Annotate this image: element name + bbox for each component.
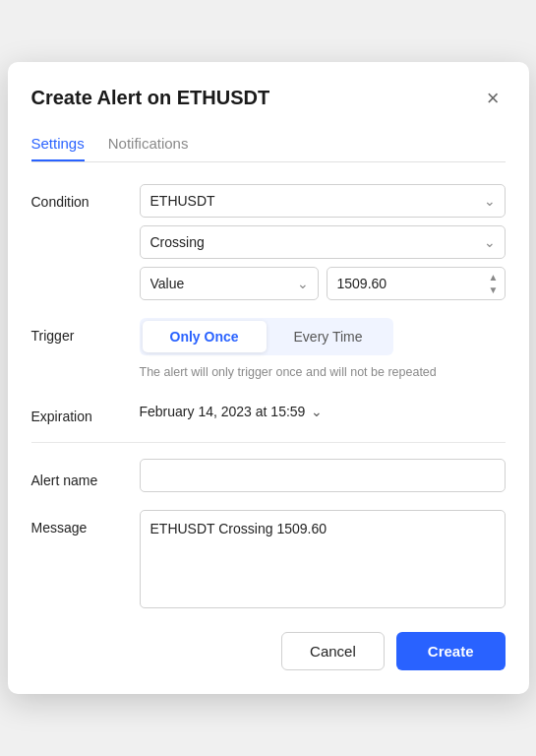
expiration-label: Expiration (31, 399, 140, 424)
condition-row: Condition ETHUSDT ⌄ Crossing Crossing Up… (31, 184, 506, 300)
value-row: Value % ⌄ ▲ ▼ (140, 267, 506, 300)
alert-name-label: Alert name (31, 463, 140, 488)
condition-controls: ETHUSDT ⌄ Crossing Crossing Up Crossing … (140, 184, 506, 300)
value-type-select-wrap: Value % ⌄ (140, 267, 319, 300)
modal-header: Create Alert on ETHUSDT × (31, 86, 506, 111)
tab-settings[interactable]: Settings (31, 127, 85, 161)
cancel-button[interactable]: Cancel (281, 632, 385, 670)
trigger-row: Trigger Only Once Every Time The alert w… (31, 318, 506, 382)
message-row: Message ETHUSDT Crossing 1509.60 (31, 510, 506, 608)
trigger-once-button[interactable]: Only Once (143, 321, 267, 352)
symbol-select[interactable]: ETHUSDT (140, 184, 506, 218)
trigger-every-button[interactable]: Every Time (267, 321, 390, 352)
message-textarea[interactable]: ETHUSDT Crossing 1509.60 (140, 510, 506, 608)
trigger-controls: Only Once Every Time The alert will only… (140, 318, 506, 382)
create-button[interactable]: Create (396, 632, 506, 670)
crossing-select-wrap: Crossing Crossing Up Crossing Down Great… (140, 225, 506, 259)
value-decrement-button[interactable]: ▼ (486, 284, 502, 295)
trigger-button-group: Only Once Every Time (140, 318, 393, 355)
expiration-row: Expiration February 14, 2023 at 15:59 ⌄ (31, 399, 506, 424)
symbol-select-wrap: ETHUSDT ⌄ (140, 184, 506, 218)
message-label: Message (31, 510, 140, 536)
modal-title: Create Alert on ETHUSDT (31, 87, 270, 109)
expiration-date-text: February 14, 2023 at 15:59 (140, 404, 306, 419)
create-alert-modal: Create Alert on ETHUSDT × Settings Notif… (8, 62, 529, 695)
value-input-wrap: ▲ ▼ (327, 267, 506, 300)
expiration-picker[interactable]: February 14, 2023 at 15:59 ⌄ (140, 404, 324, 419)
value-spinner: ▲ ▼ (486, 271, 502, 295)
trigger-description: The alert will only trigger once and wil… (140, 363, 454, 382)
tab-bar: Settings Notifications (31, 127, 506, 162)
value-increment-button[interactable]: ▲ (486, 271, 502, 283)
alert-name-input[interactable] (140, 459, 506, 492)
crossing-select[interactable]: Crossing Crossing Up Crossing Down Great… (140, 225, 506, 259)
modal-footer: Cancel Create (31, 632, 506, 670)
tab-notifications[interactable]: Notifications (108, 127, 189, 161)
value-input[interactable] (327, 267, 506, 300)
expiration-chevron-icon: ⌄ (311, 404, 323, 419)
alert-name-row: Alert name (31, 459, 506, 492)
condition-label: Condition (31, 184, 140, 210)
trigger-label: Trigger (31, 318, 140, 344)
close-button[interactable]: × (481, 86, 506, 111)
divider (31, 442, 506, 443)
value-type-select[interactable]: Value % (140, 267, 319, 300)
